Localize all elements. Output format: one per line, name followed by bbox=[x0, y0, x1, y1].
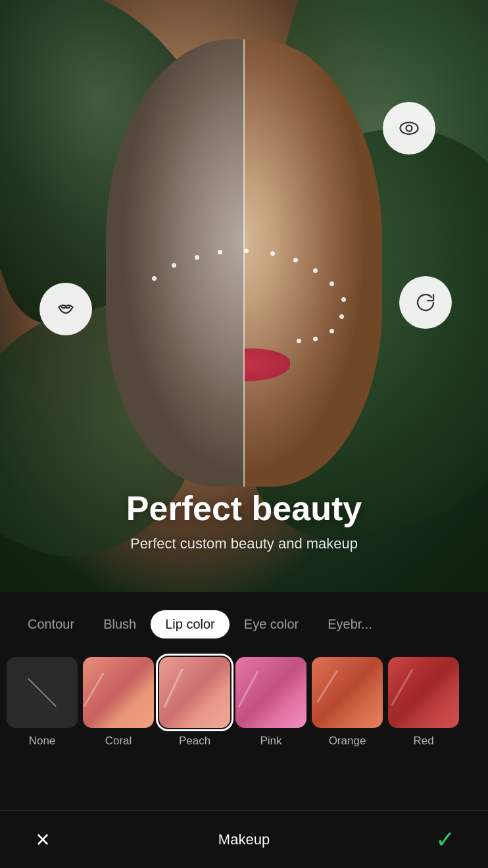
swatch-label-orange: Orange bbox=[329, 735, 366, 748]
swatch-none[interactable]: None bbox=[7, 657, 78, 748]
confirm-button[interactable]: ✓ bbox=[429, 823, 462, 856]
swatch-box-pink bbox=[235, 657, 306, 728]
toolbar-title: Makeup bbox=[218, 831, 270, 848]
swatches-row: NoneCoralPeachPinkOrangeRed bbox=[0, 650, 488, 761]
tab-lip-color[interactable]: Lip color bbox=[151, 610, 230, 639]
none-icon bbox=[28, 678, 57, 707]
lips-feature-circle[interactable] bbox=[39, 283, 92, 335]
tab-contour[interactable]: Contour bbox=[13, 610, 89, 639]
selection-dot bbox=[152, 276, 157, 281]
swatch-label-coral: Coral bbox=[105, 735, 132, 748]
tabs-row: ContourBlushLip colorEye colorEyebr... bbox=[0, 592, 488, 650]
close-icon: × bbox=[36, 826, 49, 854]
text-overlay: Perfect beauty Perfect custom beauty and… bbox=[0, 490, 488, 552]
eye-icon bbox=[397, 116, 421, 140]
selection-dot bbox=[218, 250, 222, 254]
selection-dot bbox=[313, 268, 318, 273]
swatch-peach[interactable]: Peach bbox=[159, 657, 230, 748]
swatch-red[interactable]: Red bbox=[388, 657, 459, 748]
svg-point-1 bbox=[406, 126, 412, 132]
tab-blush[interactable]: Blush bbox=[89, 610, 151, 639]
refresh-feature-circle[interactable] bbox=[399, 276, 452, 329]
selection-dots bbox=[139, 237, 349, 342]
selection-dot bbox=[313, 337, 318, 341]
swatch-box-coral bbox=[83, 657, 154, 728]
refresh-icon bbox=[414, 291, 437, 314]
selection-dot bbox=[341, 297, 346, 302]
photo-area: Perfect beauty Perfect custom beauty and… bbox=[0, 0, 488, 592]
selection-dot bbox=[293, 258, 298, 262]
main-title: Perfect beauty bbox=[26, 490, 462, 527]
swatch-label-peach: Peach bbox=[179, 735, 210, 748]
selection-dot bbox=[195, 255, 199, 260]
selection-dot bbox=[329, 329, 334, 333]
swatch-box-none bbox=[7, 657, 78, 728]
eye-feature-circle[interactable] bbox=[383, 102, 435, 155]
sub-title: Perfect custom beauty and makeup bbox=[26, 535, 462, 552]
swatch-pink[interactable]: Pink bbox=[235, 657, 306, 748]
swatch-box-peach bbox=[159, 657, 230, 728]
selection-dot bbox=[244, 249, 249, 253]
swatch-box-red bbox=[388, 657, 459, 728]
selection-dot bbox=[297, 339, 301, 343]
lip-color-overlay bbox=[244, 349, 290, 381]
svg-point-0 bbox=[401, 122, 418, 134]
swatch-label-red: Red bbox=[413, 735, 433, 748]
swatch-box-orange bbox=[312, 657, 383, 728]
selection-dot bbox=[172, 263, 176, 268]
tab-eyebrow[interactable]: Eyebr... bbox=[313, 610, 387, 639]
selection-dot bbox=[329, 281, 334, 286]
checkmark-icon: ✓ bbox=[435, 826, 455, 854]
bottom-panel: ContourBlushLip colorEye colorEyebr... N… bbox=[0, 592, 488, 868]
selection-dot bbox=[339, 314, 344, 319]
swatch-label-none: None bbox=[29, 735, 56, 748]
selection-dot bbox=[270, 251, 275, 256]
tab-eye-color[interactable]: Eye color bbox=[230, 610, 313, 639]
swatch-label-pink: Pink bbox=[260, 735, 281, 748]
swatch-coral[interactable]: Coral bbox=[83, 657, 154, 748]
bottom-toolbar: × Makeup ✓ bbox=[0, 810, 488, 868]
swatch-orange[interactable]: Orange bbox=[312, 657, 383, 748]
lips-icon bbox=[54, 297, 78, 321]
close-button[interactable]: × bbox=[26, 823, 59, 856]
